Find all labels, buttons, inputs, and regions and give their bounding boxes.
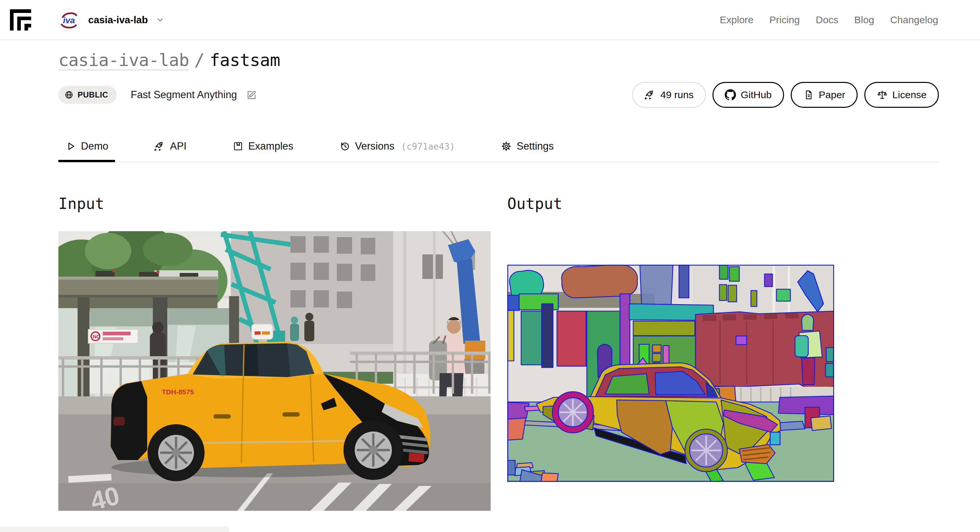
input-photo-taxi-street: 琢豐 BOUNTIFUL JOURNEY	[58, 231, 491, 511]
model-page: casia-iva-lab/fastsam PUBLIC Fast Segmen…	[0, 50, 980, 511]
paper-button-label: Paper	[819, 89, 845, 100]
demo-panel: Input	[58, 195, 939, 511]
tab-examples-label: Examples	[248, 140, 293, 152]
top-navigation-bar: iva casia-iva-lab Explore Pricing Docs B…	[0, 0, 980, 40]
book-icon	[232, 141, 244, 152]
rocket-icon	[644, 89, 656, 100]
paper-button[interactable]: Paper	[791, 82, 858, 108]
play-icon	[65, 141, 76, 152]
replicate-logo-icon[interactable]	[10, 9, 31, 30]
nav-link-blog[interactable]: Blog	[854, 14, 874, 25]
account-name: casia-iva-lab	[88, 14, 148, 25]
edit-description-button[interactable]	[246, 89, 258, 101]
output-heading: Output	[507, 195, 940, 213]
runs-count-button[interactable]: 49 runs	[632, 82, 706, 108]
tab-api-label: API	[170, 140, 187, 152]
bottom-overlay-strip	[0, 527, 229, 532]
org-avatar: iva	[58, 9, 80, 31]
paper-icon	[803, 89, 814, 100]
gear-icon	[501, 141, 512, 152]
no-smoking-sign: NO	[88, 329, 138, 343]
nav-link-docs[interactable]: Docs	[816, 14, 838, 25]
account-switcher[interactable]: iva casia-iva-lab	[58, 9, 164, 31]
license-scales-icon	[877, 89, 888, 100]
tab-settings-label: Settings	[517, 140, 554, 152]
model-meta-row: PUBLIC Fast Segment Anything 49 runs	[58, 82, 939, 108]
edit-pencil-icon	[246, 89, 258, 101]
model-tab-bar: Demo API Examples Versions	[58, 139, 939, 162]
github-icon	[725, 89, 736, 100]
license-button[interactable]: License	[864, 82, 939, 108]
model-description: Fast Segment Anything	[130, 89, 237, 101]
output-image: .seg{stroke:#1c1cd4;stroke-width:2.6;str…	[507, 265, 940, 482]
runs-count-label: 49 runs	[660, 89, 694, 100]
title-separator: /	[194, 50, 204, 70]
tab-api[interactable]: API	[148, 139, 193, 161]
visibility-badge: PUBLIC	[58, 86, 117, 104]
nav-link-changelog[interactable]: Changelog	[890, 14, 938, 25]
tab-demo[interactable]: Demo	[58, 139, 115, 161]
github-button-label: GitHub	[741, 89, 772, 100]
version-hash: (c971ae43)	[401, 141, 455, 151]
input-heading: Input	[58, 195, 491, 213]
output-segmentation-masks: .seg{stroke:#1c1cd4;stroke-width:2.6;str…	[507, 265, 834, 482]
chevron-down-icon	[156, 16, 164, 24]
org-avatar-text: iva	[63, 15, 75, 25]
rocket-icon	[154, 141, 165, 152]
tab-examples[interactable]: Examples	[226, 139, 300, 161]
tab-demo-label: Demo	[81, 140, 108, 152]
history-icon	[339, 141, 350, 152]
nav-link-explore[interactable]: Explore	[720, 14, 754, 25]
visibility-badge-label: PUBLIC	[78, 90, 108, 99]
globe-icon	[64, 90, 73, 99]
top-nav-links: Explore Pricing Docs Blog Changelog	[720, 14, 938, 25]
shelter-sign-text: NO	[93, 334, 100, 339]
tab-versions-label: Versions	[355, 140, 395, 152]
license-button-label: License	[892, 89, 927, 100]
taxi-plate-text: TDH-8575	[162, 388, 194, 396]
output-column: Output .seg{stroke:#1c1cd4;stroke-width:…	[507, 195, 940, 511]
input-image: 琢豐 BOUNTIFUL JOURNEY	[58, 231, 491, 511]
model-name: fastsam	[210, 50, 280, 70]
github-button[interactable]: GitHub	[713, 82, 784, 108]
page-title: casia-iva-lab/fastsam	[58, 50, 939, 70]
tab-versions[interactable]: Versions (c971ae43)	[332, 139, 461, 161]
model-action-buttons: 49 runs GitHub Paper	[632, 82, 939, 108]
tab-settings[interactable]: Settings	[494, 139, 560, 161]
nav-link-pricing[interactable]: Pricing	[770, 14, 800, 25]
input-column: Input	[58, 195, 491, 511]
model-owner-link[interactable]: casia-iva-lab	[58, 50, 189, 70]
